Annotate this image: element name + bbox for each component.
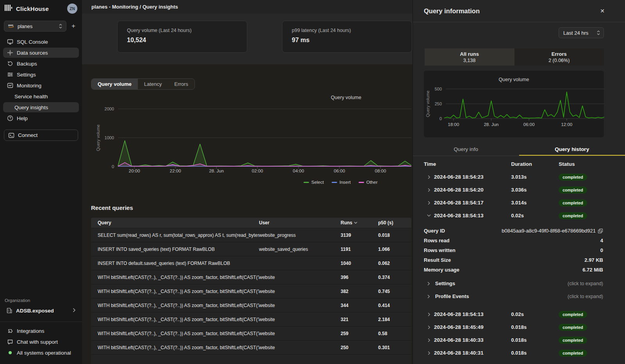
- logo-row: ClickHouse ZN: [0, 0, 82, 14]
- chevron-down-icon[interactable]: [424, 214, 434, 217]
- expander-profile-events[interactable]: Profile Events(click to expand): [424, 290, 603, 303]
- history-row[interactable]: 2024-06-28 18:45:490.018scompleted: [424, 321, 603, 334]
- history-time: 2024-06-28 18:54:17: [434, 200, 484, 206]
- legend-label: Other: [366, 180, 378, 185]
- sidebar-item-label: Query insights: [14, 105, 48, 110]
- sidebar-item-label: Data sources: [17, 50, 48, 56]
- panel-tab-query-history[interactable]: Query history: [519, 144, 625, 156]
- table-row[interactable]: WITH bitShiftLeft(CAST(?..), _CAST(?..))…: [91, 340, 411, 354]
- history-row[interactable]: 2024-06-28 18:40:310.018scompleted: [424, 346, 603, 359]
- detail-row-rows-written: Rows written0: [424, 245, 603, 255]
- column-header-query[interactable]: Query: [91, 220, 259, 226]
- toggle-errors[interactable]: Errors 2 (0.06%): [514, 48, 604, 66]
- cell-p50: 0.374: [378, 275, 411, 280]
- chevron-right-icon[interactable]: [424, 313, 434, 316]
- table-row[interactable]: WITH bitShiftLeft(CAST(?..), _CAST(?..))…: [91, 312, 411, 326]
- cell-runs: 3139: [341, 233, 378, 238]
- sidebar-item-query-insights[interactable]: Query insights: [3, 102, 79, 112]
- table-row[interactable]: INSERT INTO default.saved_queries (text)…: [91, 256, 411, 270]
- recent-queries-heading: Recent queries: [91, 204, 412, 211]
- table-row[interactable]: WITH bitShiftLeft(CAST(?..), _CAST(?..))…: [91, 270, 411, 284]
- panel-tab-query-info[interactable]: Query info: [413, 144, 519, 156]
- expander-hint: (click to expand): [568, 294, 603, 299]
- history-time: 2024-06-28 18:40:33: [434, 337, 484, 343]
- cell-query: SELECT sum(read_rows) AS r, sum(total_ro…: [91, 233, 259, 238]
- sidebar-item-label: Service health: [14, 94, 48, 99]
- user-avatar[interactable]: ZN: [67, 4, 77, 14]
- svg-text:250: 250: [435, 101, 442, 106]
- sidebar-item-monitoring[interactable]: Monitoring: [3, 80, 79, 91]
- svg-text:12:00: 12:00: [561, 122, 572, 127]
- chevron-right-icon[interactable]: [424, 201, 434, 205]
- sidebar-item-help[interactable]: Help: [3, 113, 79, 123]
- history-row[interactable]: 2024-06-28 18:40:330.018scompleted: [424, 334, 603, 346]
- cell-user: website: [259, 289, 341, 294]
- svg-text:02:00: 02:00: [252, 169, 263, 173]
- sidebar-item-label: SQL Console: [17, 39, 48, 45]
- mini-chart-svg: 025050018:0028. Jun06:0012:00Query volum…: [424, 80, 604, 139]
- chevron-right-icon[interactable]: [424, 175, 434, 179]
- chevron-right-icon[interactable]: [424, 325, 434, 329]
- history-row[interactable]: 2024-06-28 18:54:233.013scompleted: [424, 170, 603, 183]
- sidebar-item-sql-console[interactable]: SQL Console: [3, 37, 79, 47]
- history-status: completed: [559, 349, 603, 357]
- column-header-p50[interactable]: p50 (s): [378, 220, 411, 226]
- status-badge: completed: [559, 324, 587, 331]
- history-row[interactable]: 2024-06-28 18:54:130.02scompleted: [424, 209, 603, 222]
- history-time: 2024-06-28 18:54:23: [434, 174, 484, 180]
- sidebar-item-settings[interactable]: Settings: [3, 69, 79, 80]
- table-row-partial[interactable]: [91, 354, 411, 364]
- column-header-runs[interactable]: Runs: [341, 220, 378, 226]
- chevron-right-icon[interactable]: [424, 351, 434, 355]
- cell-p50: 0.301: [378, 345, 411, 350]
- organization-label: Organization: [0, 298, 82, 305]
- time-range-select[interactable]: Last 24 hrs: [559, 27, 604, 38]
- tab-query-volume[interactable]: Query volume: [91, 79, 138, 89]
- service-selector[interactable]: aws planes: [4, 21, 66, 32]
- copy-icon[interactable]: [598, 228, 603, 234]
- sidebar-item-label: Settings: [17, 72, 36, 78]
- chevron-right-icon[interactable]: [424, 188, 434, 192]
- detail-label: Query ID: [424, 228, 445, 234]
- history-row[interactable]: 2024-06-28 18:54:173.014scompleted: [424, 196, 603, 209]
- sidebar-item-service-health[interactable]: Service health: [3, 91, 79, 101]
- organization-switcher[interactable]: ADSB.exposed: [3, 305, 79, 316]
- sidebar-footer-chat-with-support[interactable]: Chat with support: [3, 337, 79, 347]
- query-volume-chart: Query volume 01000200020:0022:0028. Jun0…: [82, 94, 412, 193]
- svg-text:06:00: 06:00: [334, 169, 345, 173]
- connect-icon: [8, 132, 14, 138]
- add-service-button[interactable]: +: [69, 21, 78, 31]
- help-icon: [7, 115, 13, 121]
- legend-item-other[interactable]: Other: [359, 180, 378, 185]
- toggle-all-runs[interactable]: All runs 3,138: [425, 48, 514, 66]
- history-duration: 3.036s: [511, 187, 559, 193]
- sidebar-footer-integrations[interactable]: Integrations: [3, 326, 79, 336]
- history-status: completed: [559, 186, 603, 194]
- history-status: completed: [559, 199, 603, 206]
- table-row[interactable]: WITH bitShiftLeft(CAST(?..), _CAST(?..))…: [91, 298, 411, 312]
- tab-latency[interactable]: Latency: [138, 79, 168, 89]
- table-row[interactable]: WITH bitShiftLeft(CAST(?..), _CAST(?..))…: [91, 326, 411, 340]
- tab-errors[interactable]: Errors: [168, 79, 194, 89]
- legend-item-insert[interactable]: Insert: [332, 180, 351, 185]
- table-row[interactable]: SELECT sum(read_rows) AS r, sum(total_ro…: [91, 228, 411, 242]
- history-duration: 0.018s: [511, 350, 559, 356]
- history-row[interactable]: 2024-06-28 18:54:130.02scompleted: [424, 308, 603, 321]
- table-row[interactable]: WITH bitShiftLeft(CAST(?..), _CAST(?..))…: [91, 284, 411, 298]
- sidebar-item-backups[interactable]: Backups: [3, 59, 79, 69]
- query-history-section: Time Duration Status 2024-06-28 18:54:23…: [413, 157, 625, 359]
- svg-text:20:00: 20:00: [129, 169, 140, 173]
- sidebar-item-data-sources[interactable]: Data sources: [3, 48, 79, 58]
- table-row[interactable]: INSERT INTO saved_queries (text) FORMAT …: [91, 242, 411, 256]
- connect-button[interactable]: Connect: [4, 130, 78, 141]
- svg-text:0: 0: [439, 116, 442, 121]
- expander-settings[interactable]: Settings(click to expand): [424, 277, 603, 290]
- column-header-user[interactable]: User: [259, 220, 341, 226]
- detail-row-result-size: Result Size2.97 KB: [424, 255, 603, 265]
- legend-item-select[interactable]: Select: [304, 180, 324, 185]
- history-row[interactable]: 2024-06-28 18:54:203.036scompleted: [424, 183, 603, 196]
- chevron-right-icon[interactable]: [424, 338, 434, 342]
- footer-item-label: Chat with support: [17, 339, 58, 345]
- sidebar-footer-all-systems-operational[interactable]: All systems operational: [3, 348, 79, 358]
- close-icon[interactable]: ✕: [598, 8, 606, 14]
